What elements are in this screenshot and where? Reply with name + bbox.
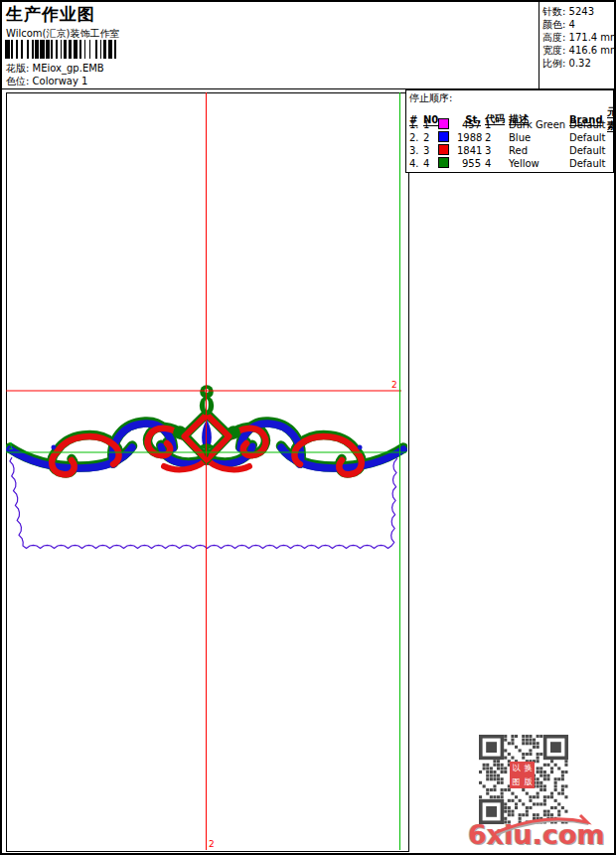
- stat-stitches: 针数: 5243: [542, 5, 614, 18]
- design-barcode: [5, 40, 156, 59]
- stop-sequence-table: 停止顺序: # N0 St. 代码 描述 Brand 元素 1.1 457 1 …: [405, 89, 614, 173]
- table-row: 2.2 1988 2 Blue Default: [406, 131, 613, 144]
- design-file-line: 花版: MEiox_gp.EMB: [6, 62, 104, 76]
- design-stats-panel: 针数: 5243 颜色: 4 高度: 171.4 mm 宽度: 416.6 mm…: [539, 2, 614, 88]
- stop-sequence-header-row: # N0 St. 代码 描述 Brand 元素: [406, 105, 613, 118]
- color-swatch: [438, 131, 449, 142]
- design-file-label: 花版:: [6, 63, 29, 74]
- ornament-right-half: [209, 423, 403, 475]
- table-row: 1.1 457 1 Dark Green Default: [406, 118, 613, 131]
- stat-scale: 比例: 0.32: [542, 57, 614, 70]
- stat-height: 高度: 171.4 mm: [542, 31, 614, 44]
- design-file-value: MEiox_gp.EMB: [33, 63, 104, 74]
- stat-colors: 颜色: 4: [542, 18, 614, 31]
- studio-subtitle: Wilcom(汇京)装饰工作室: [6, 27, 119, 41]
- production-worksheet-page: 生产作业图 Wilcom(汇京)装饰工作室 花版: MEiox_gp.EMB 色…: [0, 0, 616, 855]
- stat-width: 宽度: 416.6 mm: [542, 44, 614, 57]
- colorway-line: 色位: Colorway 1: [6, 75, 87, 88]
- color-swatch: [438, 118, 449, 129]
- ornament-left-half: [10, 423, 205, 475]
- colorway-value: Colorway 1: [33, 76, 88, 86]
- table-row: 4.4 955 4 Yellow Default: [406, 157, 613, 170]
- page-title: 生产作业图: [6, 3, 95, 26]
- logo-swoosh: [491, 811, 595, 837]
- color-swatch: [438, 157, 449, 168]
- stop-sequence-title: 停止顺序:: [406, 90, 613, 105]
- colorway-label: 色位:: [6, 76, 29, 86]
- end-marker-label-bottom: 2: [209, 839, 215, 849]
- embroidery-design-canvas: 2 1 2: [6, 92, 407, 850]
- end-marker-label-right: 2: [391, 380, 397, 390]
- color-swatch: [438, 144, 449, 155]
- start-marker-label: 1: [8, 441, 14, 451]
- col-element: 元素: [607, 105, 616, 133]
- table-row: 3.3 1841 3 Red Default: [406, 144, 613, 157]
- red-seal-stamp: 以 换 图 版: [510, 762, 535, 788]
